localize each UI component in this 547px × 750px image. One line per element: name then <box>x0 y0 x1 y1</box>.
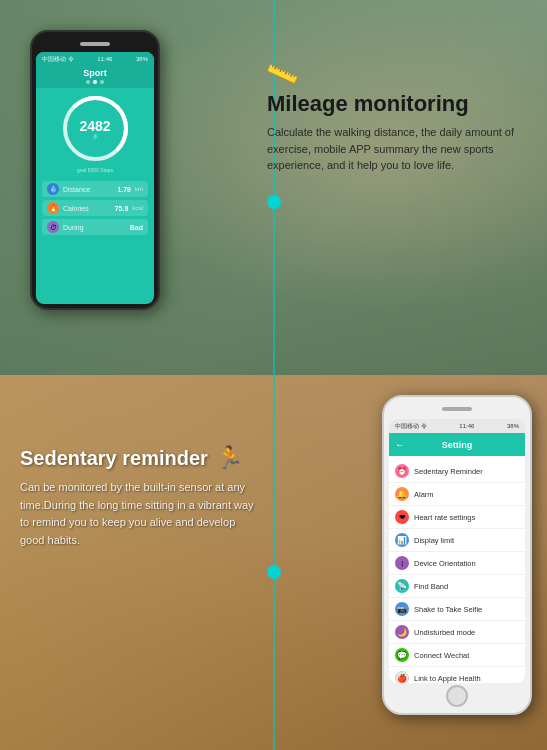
carrier-top: 中国移动 令 <box>42 55 74 64</box>
stat-during: ⏱ During Bad <box>42 219 148 235</box>
settings-list: ⏰ Sedentary Reminder 🔔 Alarm ❤ Heart rat… <box>389 456 525 683</box>
setting-heart-rate[interactable]: ❤ Heart rate settings <box>389 506 525 529</box>
setting-display-limit[interactable]: 📊 Display limit <box>389 529 525 552</box>
distance-label: Distance <box>63 186 113 193</box>
step-count: 2482 <box>79 119 110 133</box>
center-dot-top <box>267 195 281 209</box>
sedentary-reminder-icon: ⏰ <box>395 464 409 478</box>
device-orientation-icon: ↕ <box>395 556 409 570</box>
during-value: Bad <box>130 224 143 231</box>
status-bar-top: 中国移动 令 11:46 38% <box>36 52 154 66</box>
main-container: 中国移动 令 11:46 38% Sport <box>0 0 547 750</box>
sedentary-icon: 🏃 <box>216 445 243 471</box>
alarm-icon: 🔔 <box>395 487 409 501</box>
dot-2 <box>93 80 97 84</box>
phone-settings: 中国移动 令 11:46 38% ← Setting ⏰ Sedentary R… <box>382 395 532 715</box>
phone-speaker-bottom <box>442 407 472 411</box>
phone-sport: 中国移动 令 11:46 38% Sport <box>30 30 160 310</box>
setting-device-orientation[interactable]: ↕ Device Orientation <box>389 552 525 575</box>
phone-frame-bottom: 中国移动 令 11:46 38% ← Setting ⏰ Sedentary R… <box>382 395 532 715</box>
stat-calories: 🔥 Calories 75.9 kcal <box>42 200 148 216</box>
phone-speaker-top <box>80 42 110 46</box>
apple-health-icon: 🍎 <box>395 671 409 683</box>
phone-screen-top: 中国移动 令 11:46 38% Sport <box>36 52 154 304</box>
calories-icon: 🔥 <box>47 202 59 214</box>
setting-title: Setting <box>442 440 473 450</box>
setting-status-bar: 中国移动 令 11:46 38% <box>389 419 525 433</box>
phone-screen-bottom: 中国移动 令 11:46 38% ← Setting ⏰ Sedentary R… <box>389 419 525 683</box>
setting-undisturbed[interactable]: 🌙 Undisturbed mode <box>389 621 525 644</box>
dot-1 <box>86 80 90 84</box>
time-top: 11:46 <box>97 56 112 62</box>
during-label: During <box>63 224 126 231</box>
device-orientation-label: Device Orientation <box>414 559 476 568</box>
setting-find-band[interactable]: 📡 Find Band <box>389 575 525 598</box>
display-limit-label: Display limit <box>414 536 454 545</box>
distance-value: 1.78 <box>117 186 131 193</box>
sedentary-section: Sedentary reminder 🏃 Can be monitored by… <box>20 445 260 549</box>
heart-rate-label: Heart rate settings <box>414 513 475 522</box>
step-circle: 2482 步 <box>63 96 128 161</box>
mileage-section: 📏 Mileage monitoring Calculate the walki… <box>267 60 527 174</box>
phone-dots <box>36 80 154 84</box>
mileage-description: Calculate the walking distance, the dail… <box>267 124 527 174</box>
setting-shake-selfie[interactable]: 📷 Shake to Take Selfie <box>389 598 525 621</box>
during-icon: ⏱ <box>47 221 59 233</box>
undisturbed-icon: 🌙 <box>395 625 409 639</box>
sedentary-reminder-label: Sedentary Reminder <box>414 467 483 476</box>
phone-stats: 💧 Distance 1.78 km 🔥 Calories 75.9 kcal <box>42 181 148 235</box>
battery-top: 38% <box>136 56 148 62</box>
heart-rate-icon: ❤ <box>395 510 409 524</box>
setting-alarm[interactable]: 🔔 Alarm <box>389 483 525 506</box>
center-dot-bottom <box>267 565 281 579</box>
step-goal: goal 8000 Steps <box>42 167 148 173</box>
sedentary-description: Can be monitored by the built-in sensor … <box>20 479 260 549</box>
find-band-icon: 📡 <box>395 579 409 593</box>
ruler-icon: 📏 <box>263 56 301 93</box>
shake-selfie-icon: 📷 <box>395 602 409 616</box>
display-limit-icon: 📊 <box>395 533 409 547</box>
distance-unit: km <box>135 186 143 192</box>
step-label: 步 <box>93 133 98 139</box>
find-band-label: Find Band <box>414 582 448 591</box>
mileage-title: Mileage monitoring <box>267 92 527 116</box>
setting-header: ← Setting <box>389 433 525 456</box>
phone-content-top: 2482 步 goal 8000 Steps 💧 Distance 1.78 k… <box>36 88 154 243</box>
back-button[interactable]: ← <box>395 439 405 450</box>
sedentary-title-row: Sedentary reminder 🏃 <box>20 445 260 471</box>
carrier-bottom: 中国移动 令 <box>395 422 427 431</box>
time-bottom: 11:46 <box>459 423 474 429</box>
shake-selfie-label: Shake to Take Selfie <box>414 605 482 614</box>
wechat-label: Connect Wechat <box>414 651 469 660</box>
setting-sedentary-reminder[interactable]: ⏰ Sedentary Reminder <box>389 460 525 483</box>
sport-title: Sport <box>36 68 154 78</box>
stat-distance: 💧 Distance 1.78 km <box>42 181 148 197</box>
calories-unit: kcal <box>132 205 143 211</box>
battery-bottom: 38% <box>507 423 519 429</box>
phone-header-top: Sport <box>36 66 154 88</box>
home-button[interactable] <box>446 685 468 707</box>
calories-value: 75.9 <box>115 205 129 212</box>
undisturbed-label: Undisturbed mode <box>414 628 475 637</box>
phone-frame-top: 中国移动 令 11:46 38% Sport <box>30 30 160 310</box>
apple-health-label: Link to Apple Health <box>414 674 481 683</box>
setting-wechat[interactable]: 💬 Connect Wechat <box>389 644 525 667</box>
sedentary-title: Sedentary reminder <box>20 447 208 470</box>
dot-3 <box>100 80 104 84</box>
link-apple-health[interactable]: 🍎 Link to Apple Health <box>389 667 525 683</box>
alarm-label: Alarm <box>414 490 434 499</box>
wechat-icon: 💬 <box>395 648 409 662</box>
calories-label: Calories <box>63 205 111 212</box>
distance-icon: 💧 <box>47 183 59 195</box>
